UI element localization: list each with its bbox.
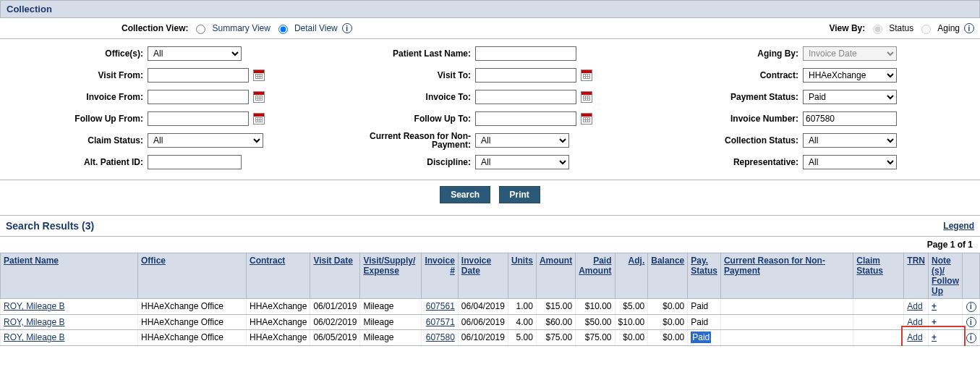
calendar-icon[interactable] [253, 69, 265, 81]
contract-cell: HHAeXchange [247, 299, 310, 315]
invoice-from-label: Invoice From: [6, 92, 143, 102]
patient-last-name-input[interactable] [475, 46, 576, 61]
panel-title: Collection [0, 0, 980, 18]
invoice-date-cell: 06/06/2019 [458, 314, 508, 330]
info-icon[interactable]: i [966, 317, 976, 327]
reason-nonpay-select[interactable]: All [475, 133, 569, 148]
calendar-icon[interactable] [253, 113, 265, 125]
info-icon[interactable]: i [966, 333, 976, 343]
col-office[interactable]: Office [141, 256, 166, 266]
payment-status-select[interactable]: Paid [803, 90, 897, 104]
col-claim-status[interactable]: Claim Status [856, 256, 883, 276]
contract-cell: HHAeXchange [247, 314, 310, 330]
print-button[interactable]: Print [499, 186, 540, 203]
col-info [963, 253, 980, 299]
collection-status-select[interactable]: All [803, 133, 897, 148]
col-visit-type[interactable]: Visit/Supply/ Expense [363, 256, 415, 276]
balance-cell: $0.00 [648, 314, 688, 330]
aging-text: Aging [937, 23, 960, 33]
patient-link[interactable]: ROY, Mileage B [4, 301, 65, 311]
invoice-date-cell: 06/04/2019 [458, 299, 508, 315]
pay-status-cell: Paid [688, 299, 721, 315]
adj-cell: $10.00 [615, 314, 648, 330]
representative-select[interactable]: All [803, 155, 897, 169]
col-patient[interactable]: Patient Name [4, 256, 59, 266]
calendar-icon[interactable] [253, 91, 265, 103]
col-visit-date[interactable]: Visit Date [313, 256, 352, 266]
followup-to-input[interactable] [475, 111, 576, 126]
col-adj[interactable]: Adj. [629, 256, 645, 266]
reason-cell [720, 314, 853, 330]
reason-cell [720, 299, 853, 315]
paid-amount-cell: $75.00 [576, 330, 615, 346]
col-units[interactable]: Units [511, 256, 533, 266]
paid-amount-cell: $50.00 [576, 314, 615, 330]
filters-grid: Office(s): All Visit From: Invoice From:… [0, 39, 980, 180]
invoice-link[interactable]: 607571 [426, 317, 455, 327]
invoice-to-label: Invoice To: [333, 92, 471, 102]
detail-view-text: Detail View [294, 23, 338, 33]
notes-add-link[interactable]: + [932, 301, 937, 311]
pay-status-cell: Paid [688, 314, 721, 330]
followup-to-label: Follow Up To: [333, 114, 471, 124]
page-indicator: Page 1 of 1 [0, 237, 980, 253]
info-icon[interactable]: i [964, 23, 974, 33]
visit-date-cell: 06/01/2019 [310, 299, 360, 315]
contract-select[interactable]: HHAeXchange [803, 68, 897, 83]
detail-view-radio[interactable] [278, 25, 288, 34]
offices-select[interactable]: All [148, 46, 242, 61]
patient-last-name-label: Patient Last Name: [333, 48, 471, 59]
claim-status-cell [853, 314, 904, 330]
visit-date-cell: 06/02/2019 [310, 314, 360, 330]
reason-nonpay-label: Current Reason for Non-Payment: [333, 132, 471, 149]
col-notes[interactable]: Note (s)/ Follow Up [932, 256, 959, 296]
aging-by-select: Invoice Date [803, 46, 897, 61]
col-invoice-num[interactable]: Invoice # [425, 256, 454, 276]
visit-type-cell: Mileage [360, 330, 422, 346]
summary-view-radio[interactable] [196, 25, 205, 34]
invoice-from-input[interactable] [148, 90, 249, 104]
balance-cell: $0.00 [648, 299, 688, 315]
alt-patient-id-input[interactable] [148, 155, 242, 169]
adj-cell: $5.00 [615, 299, 648, 315]
search-button[interactable]: Search [440, 186, 490, 203]
visit-date-cell: 06/05/2019 [310, 330, 360, 346]
visit-to-label: Visit To: [333, 70, 471, 80]
followup-from-input[interactable] [148, 111, 249, 126]
calendar-icon[interactable] [581, 91, 592, 103]
discipline-select[interactable]: All [475, 155, 569, 169]
col-invoice-date[interactable]: Invoice Date [461, 256, 491, 276]
trn-add-link[interactable]: Add [907, 301, 922, 311]
calendar-icon[interactable] [581, 113, 592, 125]
col-reason[interactable]: Current Reason for Non-Payment [724, 256, 825, 276]
invoice-link[interactable]: 607580 [426, 332, 455, 342]
table-row: ROY, Mileage B HHAeXchange Office HHAeXc… [1, 314, 980, 330]
col-contract[interactable]: Contract [250, 256, 285, 266]
status-radio [873, 25, 882, 34]
invoice-to-input[interactable] [475, 90, 576, 104]
col-paid-amount[interactable]: Paid Amount [579, 256, 611, 276]
representative-label: Representative: [661, 157, 798, 167]
patient-link[interactable]: ROY, Mileage B [4, 317, 65, 327]
visit-to-input[interactable] [475, 68, 576, 83]
claim-status-select[interactable]: All [148, 133, 263, 148]
info-icon[interactable]: i [342, 23, 352, 33]
table-row: ROY, Mileage B HHAeXchange Office HHAeXc… [1, 299, 980, 315]
invoice-number-input[interactable] [803, 111, 897, 126]
followup-from-label: Follow Up From: [6, 114, 143, 124]
claim-status-cell [853, 330, 904, 346]
legend-link[interactable]: Legend [943, 221, 974, 231]
contract-label: Contract: [661, 70, 798, 80]
col-balance[interactable]: Balance [651, 256, 684, 266]
col-pay-status[interactable]: Pay. Status [691, 256, 717, 276]
visit-from-input[interactable] [148, 68, 249, 83]
patient-link[interactable]: ROY, Mileage B [4, 332, 65, 342]
col-amount[interactable]: Amount [540, 256, 572, 266]
invoice-link[interactable]: 607561 [426, 301, 455, 311]
calendar-icon[interactable] [581, 69, 592, 81]
info-icon[interactable]: i [966, 302, 976, 312]
adj-cell: $0.00 [615, 330, 648, 346]
invoice-date-cell: 06/10/2019 [458, 330, 508, 346]
col-trn[interactable]: TRN [907, 256, 925, 266]
view-by-label: View By: [829, 23, 865, 33]
